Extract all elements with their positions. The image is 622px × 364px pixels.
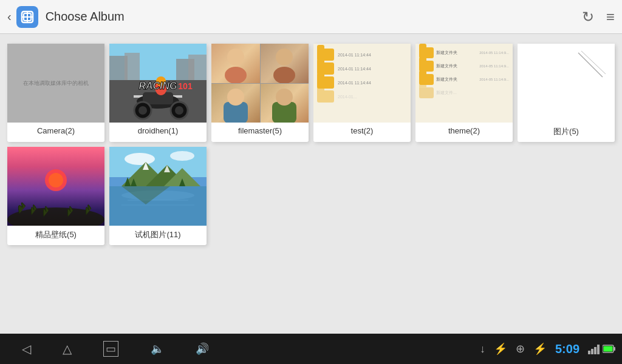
album-card-test[interactable]: 2014-01 11:14:44 2014-01 11:14:44 2014-0… [313,44,411,142]
album-card-filemaster[interactable]: filemaster(5) [211,44,309,142]
menu-icon[interactable]: ≡ [606,8,615,25]
pictures-image [518,44,615,123]
svg-rect-38 [109,147,207,177]
svg-rect-31 [518,44,615,123]
album-label-wallpaper: 精品壁纸(5) [7,229,104,240]
albums-grid: 在本地调取媒体库中的相机 Camera(2) [7,44,615,245]
album-thumbnail-droidhen: RACING 101 [109,44,207,123]
usb2-icon: ⚡ [533,342,547,356]
main-content: 在本地调取媒体库中的相机 Camera(2) [0,34,622,334]
album-label-demo: 试机图片(11) [109,229,207,240]
album-thumbnail-test: 2014-01 11:14:44 2014-01 11:14:44 2014-0… [313,44,411,123]
svg-point-25 [276,49,293,66]
album-label-camera: Camera(2) [7,126,104,135]
album-label-droidhen: droidhen(1) [109,126,207,135]
album-card-camera[interactable]: 在本地调取媒体库中的相机 Camera(2) [7,44,104,142]
album-thumbnail-demo [109,147,207,226]
volume-up-icon[interactable]: 🔊 [196,342,209,356]
svg-rect-60 [604,346,613,352]
svg-rect-57 [597,345,600,354]
app-bar: ‹ Choose Album ↻ ≡ [0,0,622,34]
svg-rect-55 [591,349,593,354]
signal-bars-icon [588,343,600,354]
svg-point-26 [273,67,295,83]
album-card-wallpaper[interactable]: 精品壁纸(5) [7,147,104,245]
album-thumbnail-pictures [518,44,615,123]
svg-text:101: 101 [178,81,193,91]
wallpaper-image [7,147,104,226]
svg-point-40 [170,151,194,161]
nav-bar: ◁ △ ▭ 🔈 🔊 ↓ ⚡ ⊕ ⚡ 5:09 [0,334,622,364]
recent-apps-icon[interactable]: ▭ [103,341,118,357]
svg-point-28 [227,89,244,106]
volume-down-icon[interactable]: 🔈 [151,342,164,356]
album-thumbnail-filemaster [211,44,309,123]
album-card-demo[interactable]: 试机图片(11) [109,147,207,245]
svg-rect-56 [594,347,596,354]
android-icon: ⊕ [516,342,525,356]
back-nav-icon[interactable]: ◁ [22,342,31,356]
svg-point-20 [175,106,183,115]
status-time: 5:09 [555,342,579,356]
album-thumbnail-camera: 在本地调取媒体库中的相机 [7,44,104,123]
nav-right-status: ↓ ⚡ ⊕ ⚡ 5:09 [480,342,622,356]
album-label-test: test(2) [313,126,411,135]
nav-left-buttons: ◁ △ ▭ 🔈 🔊 [6,341,225,357]
svg-point-36 [49,173,63,187]
usb-icon: ⚡ [494,342,507,356]
svg-rect-9 [188,55,207,80]
svg-point-18 [138,106,147,115]
refresh-icon[interactable]: ↻ [582,8,594,25]
album-thumbnail-wallpaper [7,147,104,226]
svg-rect-7 [125,53,140,80]
svg-point-23 [227,49,244,66]
svg-text:RACING: RACING [138,81,177,91]
download-status-icon: ↓ [480,343,485,356]
battery-icon [603,345,616,353]
droidhen-image: RACING 101 [109,44,207,123]
album-card-droidhen[interactable]: RACING 101 droidhen(1) [109,44,207,142]
svg-point-30 [276,89,293,106]
svg-point-24 [225,67,247,83]
back-button[interactable]: ‹ [7,10,12,24]
page-title: Choose Album [46,10,582,24]
album-label-pictures: 图片(5) [518,126,615,137]
svg-point-39 [125,153,155,165]
app-icon [16,6,38,28]
demo-image [109,147,207,226]
home-nav-icon[interactable]: △ [63,342,72,356]
album-thumbnail-theme: 新建文件夹 2014-05 11:14:9... 新建文件夹 2014-05 1… [415,44,513,123]
app-logo-icon [19,8,36,25]
album-card-theme[interactable]: 新建文件夹 2014-05 11:14:9... 新建文件夹 2014-05 1… [415,44,513,142]
album-label-theme: theme(2) [415,126,513,135]
svg-rect-59 [613,347,615,351]
svg-rect-54 [588,351,590,354]
album-label-filemaster: filemaster(5) [211,126,309,135]
signal-area [588,343,616,354]
album-card-pictures[interactable]: 图片(5) [518,44,615,142]
toolbar-actions: ↻ ≡ [582,8,615,25]
